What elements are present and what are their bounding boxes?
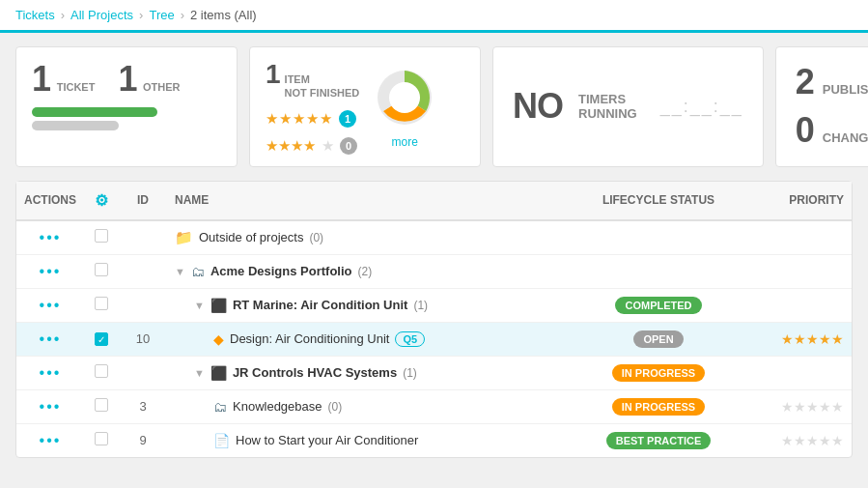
stars-row-1: ★★★★★ 1: [266, 110, 359, 128]
row-menu-dots[interactable]: •••: [40, 364, 62, 381]
badge-1: 1: [339, 110, 356, 128]
name-cell: 📄 How to Start your Air Conditioner: [167, 423, 581, 457]
priority-cell: ★★★★★: [736, 423, 852, 457]
lifecycle-cell: COMPLETED: [581, 288, 736, 322]
checkbox-cell: [84, 423, 119, 457]
table-row: ••• ▼ 🗂 Acme Designs Portfolio (2): [16, 254, 852, 288]
other-count-group: 1 OTHER: [118, 59, 180, 100]
published-label: PUBLISHED: [823, 82, 868, 97]
row-name: RT Marine: Air Condition Unit: [233, 298, 408, 312]
ticket-number: 1: [32, 59, 51, 99]
row-count: (1): [413, 299, 428, 312]
row-checkbox-checked[interactable]: ✓: [95, 332, 108, 346]
id-cell: 10: [119, 322, 167, 356]
row-checkbox[interactable]: [95, 432, 108, 445]
kb-icon: 🗂: [213, 399, 227, 415]
name-cell: 🗂 Knowledgebase (0): [167, 389, 581, 423]
stars-empty-partial: ★: [322, 137, 334, 155]
lifecycle-badge: BEST PRACTICE: [606, 432, 712, 449]
row-menu-dots[interactable]: •••: [40, 297, 62, 313]
name-content: ▼ ⬛ JR Controls HVAC Systems (1): [175, 365, 574, 381]
items-card: 1 ITEM NOT FINISHED ★★★★★ 1 ★★★★★ 0: [249, 46, 481, 167]
col-lifecycle-header[interactable]: Lifecycle Status: [581, 182, 736, 220]
progress-bar-green: [32, 107, 157, 117]
id-cell: 3: [119, 389, 167, 423]
actions-cell: •••: [16, 288, 84, 322]
row-menu-dots[interactable]: •••: [40, 330, 62, 347]
row-name: Acme Designs Portfolio: [210, 264, 352, 278]
sep3: ›: [181, 8, 184, 22]
lifecycle-cell: [581, 254, 736, 288]
expand-chevron[interactable]: ▼: [175, 266, 185, 277]
id-cell: [119, 220, 167, 255]
changed-label: CHANGED: [823, 130, 868, 145]
published-card: 2 PUBLISHED 0 CHANGED: [775, 46, 868, 167]
row-checkbox[interactable]: [95, 364, 108, 378]
progress-bars: [32, 107, 221, 130]
main-table: Actions ⚙ Id Name Lifecycle Status Prior…: [16, 182, 852, 457]
breadcrumb-current: 2 items (All): [190, 8, 257, 22]
breadcrumb-tree[interactable]: Tree: [149, 8, 174, 22]
row-name: Outside of projects: [199, 230, 303, 244]
more-link[interactable]: more: [392, 135, 418, 149]
project-icon: ⬛: [210, 298, 227, 313]
table-row: ••• ▼ ⬛ JR Controls HVAC Systems (1) IN …: [16, 356, 852, 389]
row-count: (0): [309, 231, 323, 244]
folder-icon: 📁: [175, 229, 193, 246]
col-gear-header: ⚙: [84, 182, 119, 220]
ticket-counts: 1 TICKET 1 OTHER: [32, 59, 221, 100]
actions-cell: •••: [16, 322, 84, 356]
row-checkbox[interactable]: [95, 229, 108, 243]
name-cell: ▼ ⬛ JR Controls HVAC Systems (1): [167, 356, 581, 389]
col-priority-header[interactable]: Priority: [736, 182, 852, 220]
other-number: 1: [118, 59, 137, 99]
priority-stars-empty: ★★★★★: [781, 433, 844, 448]
breadcrumb-all-projects[interactable]: All Projects: [70, 8, 133, 22]
breadcrumb-tickets[interactable]: Tickets: [15, 8, 55, 22]
stars-row-2: ★★★★★ 0: [266, 137, 359, 155]
no-label: NO: [513, 86, 563, 127]
design-icon: ◆: [213, 331, 224, 347]
priority-cell: [736, 254, 852, 288]
row-checkbox[interactable]: [95, 263, 108, 276]
timer-dashes: __:__:__: [660, 97, 743, 117]
timers-running-label: TIMERS RUNNING: [578, 92, 637, 121]
items-left: 1 ITEM NOT FINISHED ★★★★★ 1 ★★★★★ 0: [266, 59, 359, 155]
name-cell: ▼ ⬛ RT Marine: Air Condition Unit (1): [167, 288, 581, 322]
table-row: ••• ✓ 10 ◆ Design: Air Conditioning Unit…: [16, 322, 852, 356]
pie-chart: [371, 64, 438, 131]
expand-chevron[interactable]: ▼: [194, 300, 205, 311]
priority-cell: ★★★★★: [736, 389, 852, 423]
sep1: ›: [61, 8, 65, 22]
row-menu-dots[interactable]: •••: [40, 263, 62, 279]
name-content: 📄 How to Start your Air Conditioner: [175, 433, 574, 448]
svg-point-1: [389, 82, 420, 113]
row-menu-dots[interactable]: •••: [40, 398, 62, 415]
badge-2: 0: [340, 137, 357, 155]
checkbox-cell: [84, 389, 119, 423]
lifecycle-badge: IN PROGRESS: [612, 364, 705, 382]
lifecycle-cell: IN PROGRESS: [581, 356, 736, 389]
row-checkbox[interactable]: [95, 398, 108, 412]
col-id-header[interactable]: Id: [119, 182, 167, 220]
item-label-line1: ITEM: [285, 72, 360, 86]
progress-bar-gray: [32, 121, 119, 130]
tickets-card: 1 TICKET 1 OTHER: [15, 46, 238, 167]
row-menu-dots[interactable]: •••: [40, 229, 62, 245]
row-menu-dots[interactable]: •••: [40, 432, 62, 448]
published-count: 2: [796, 62, 815, 102]
row-checkbox[interactable]: [95, 297, 108, 310]
name-cell: ◆ Design: Air Conditioning Unit Q5: [167, 322, 581, 356]
expand-chevron[interactable]: ▼: [194, 367, 205, 379]
col-name-header[interactable]: Name: [167, 182, 581, 220]
pie-chart-wrap: more: [371, 64, 438, 149]
row-name: Design: Air Conditioning Unit: [230, 331, 389, 346]
item-count: 1: [266, 59, 281, 90]
id-cell: [119, 356, 167, 389]
gear-icon[interactable]: ⚙: [95, 192, 108, 209]
checkbox-cell: [84, 356, 119, 389]
id-cell: [119, 254, 167, 288]
id-cell: [119, 288, 167, 322]
name-content: ◆ Design: Air Conditioning Unit Q5: [175, 331, 574, 347]
actions-cell: •••: [16, 389, 84, 423]
